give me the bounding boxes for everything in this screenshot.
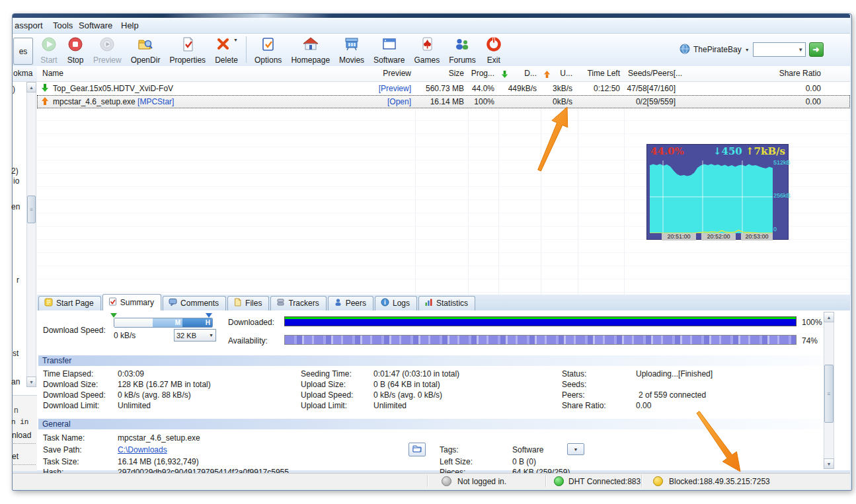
torrent-name[interactable]: mpcstar_4.6_setup.exe [MPCStar] [53, 97, 174, 106]
publisher-link[interactable]: [MPCStar] [137, 97, 174, 106]
sidebar-item-fragment: ) [13, 85, 15, 94]
menu-passport[interactable]: assport [15, 20, 43, 30]
software-icon [381, 36, 398, 55]
tags-value: Software [512, 445, 543, 454]
tab-trackers[interactable]: Trackers [270, 296, 326, 310]
field-label: Status: [562, 369, 586, 378]
tab-start-page[interactable]: Start Page [38, 296, 101, 310]
field-value: 0 kB/s (avg. 88 kB/s) [118, 390, 191, 400]
col-header-preview[interactable]: Preview [357, 69, 411, 78]
sidebar-scroll-thumb[interactable]: ≡ [27, 196, 36, 223]
start-icon [40, 36, 58, 55]
search-dropdown-caret-icon[interactable]: ▼ [797, 47, 805, 53]
column-gridline [498, 108, 499, 295]
homepage-button[interactable]: Homepage [286, 35, 334, 65]
slider-mid-segment: M [153, 318, 182, 327]
opendir-button[interactable]: OpenDir [126, 35, 165, 65]
sidebar-scroll-down-icon[interactable]: ▼ [26, 377, 36, 387]
current-speed-value: 0 kB/s [114, 331, 136, 340]
size-cell: 16.14 MB [416, 97, 464, 106]
share-ratio-cell: 0.00 [760, 97, 821, 106]
properties-button[interactable]: Properties [165, 35, 210, 65]
field-label: Time Elapsed: [43, 369, 93, 378]
options-button[interactable]: Options [250, 35, 286, 65]
field-label: Left Size: [440, 457, 473, 466]
delete-dropdown-caret-icon[interactable]: ▼ [233, 38, 238, 42]
field-label: Download Speed: [43, 390, 106, 400]
detail-scroll-down-icon[interactable]: ▼ [824, 458, 834, 469]
field-value: 0 B (64 KB in total) [373, 380, 440, 389]
sidebar-scroll-up-icon[interactable]: ▲ [26, 82, 36, 92]
start-button[interactable]: Start [36, 35, 62, 65]
size-cell: 560.73 MB [416, 84, 464, 93]
clipped-toolbar-button[interactable]: es [13, 38, 33, 65]
menu-help[interactable]: Help [121, 20, 139, 30]
tags-dropdown-button[interactable]: ▼ [567, 443, 584, 455]
seeds-peers-cell: 47/58[47/160] [624, 84, 676, 93]
upload-sort-icon[interactable] [543, 70, 551, 81]
col-header-progress[interactable]: Prog... [467, 69, 494, 78]
tab-logs[interactable]: Logs [375, 296, 417, 310]
downloaded-label: Downloaded: [228, 318, 274, 327]
open-link[interactable]: [Open] [357, 97, 411, 106]
downloaded-percent: 100% [802, 318, 822, 327]
tab-summary[interactable]: Summary [102, 294, 161, 310]
search-engine-label[interactable]: ThePirateBay [693, 45, 742, 54]
download-speed-slider[interactable]: M H [114, 318, 213, 328]
menu-software[interactable]: Software [79, 20, 112, 30]
bottom-panel-link-fragment[interactable]: et [12, 452, 19, 461]
tab-comments[interactable]: Comments [163, 296, 226, 310]
speed-graph-window[interactable]: 44.0% ↓450 ↑7kB/s 512kB 256kB 0 20:51:00… [646, 144, 789, 240]
search-go-button[interactable]: ➜ [809, 42, 824, 57]
tab-peers[interactable]: Peers [328, 296, 373, 310]
tab-files[interactable]: Files [227, 296, 269, 310]
save-path-link[interactable]: C:\Downloads [118, 445, 167, 454]
field-value: Unlimited [373, 401, 407, 410]
slider-min-marker[interactable] [110, 313, 117, 318]
preview-button[interactable]: Preview [89, 35, 126, 65]
col-header-seedspeers[interactable]: Seeds/Peers[... [628, 69, 682, 78]
tab-statistics[interactable]: Statistics [418, 296, 475, 310]
delete-icon [215, 36, 232, 55]
graph-time-label: 20:52:00 [701, 233, 736, 240]
field-value: 0:01:47 (0:03:10 in total) [373, 369, 459, 378]
forums-button[interactable]: Forums [444, 35, 481, 65]
download-sort-icon[interactable] [501, 70, 508, 81]
engine-dropdown-caret-icon[interactable]: ▼ [745, 48, 750, 52]
movies-icon [343, 36, 360, 55]
transfer-section-header: Transfer [38, 355, 826, 366]
bottom-panel-link-fragment[interactable]: nload [12, 431, 31, 440]
games-button[interactable]: Games [409, 35, 444, 65]
torrent-name[interactable]: Top_Gear.15x05.HDTV_XviD-FoV [53, 84, 173, 93]
col-header-size[interactable]: Size [416, 69, 464, 78]
detail-scroll-up-icon[interactable]: ▲ [824, 312, 834, 322]
people-icon [453, 36, 471, 55]
col-header-shareratio[interactable]: Share Ratio [760, 69, 821, 78]
col-header-name[interactable]: Name [42, 69, 63, 78]
slider-max-marker[interactable] [206, 313, 212, 318]
col-header-down[interactable]: D... [510, 69, 537, 78]
sidebar-scrollbar[interactable] [26, 82, 36, 387]
stop-button[interactable]: Stop [62, 35, 89, 65]
detail-scroll-thumb[interactable]: ≡ [824, 365, 834, 423]
exit-button[interactable]: Exit [481, 35, 507, 65]
menu-tools[interactable]: Tools [53, 20, 73, 30]
statusbar-separator [641, 475, 642, 487]
search-cluster: ThePirateBay ▼ ▼ ➜ [680, 42, 824, 57]
open-folder-button[interactable] [409, 443, 426, 456]
search-input[interactable] [754, 44, 797, 55]
preview-link[interactable]: [Preview] [357, 84, 411, 93]
col-header-timeleft[interactable]: Time Left [576, 69, 620, 78]
home-icon [302, 36, 319, 55]
sidebar-item-fragment: r [17, 275, 19, 285]
field-label: Task Size: [43, 457, 79, 466]
field-label: Share Ratio: [562, 401, 606, 410]
col-header-up[interactable]: U... [551, 69, 572, 78]
task-name-value: mpcstar_4.6_setup.exe [118, 433, 200, 443]
software-button[interactable]: Software [369, 35, 409, 65]
movies-button[interactable]: Movies [334, 35, 369, 65]
speed-limit-combo[interactable]: 32 KB ▼ [174, 329, 216, 342]
graph-progress-label: 44.0% [650, 145, 684, 157]
delete-button[interactable]: ▼ Delete [210, 35, 243, 65]
options-icon [260, 36, 277, 55]
